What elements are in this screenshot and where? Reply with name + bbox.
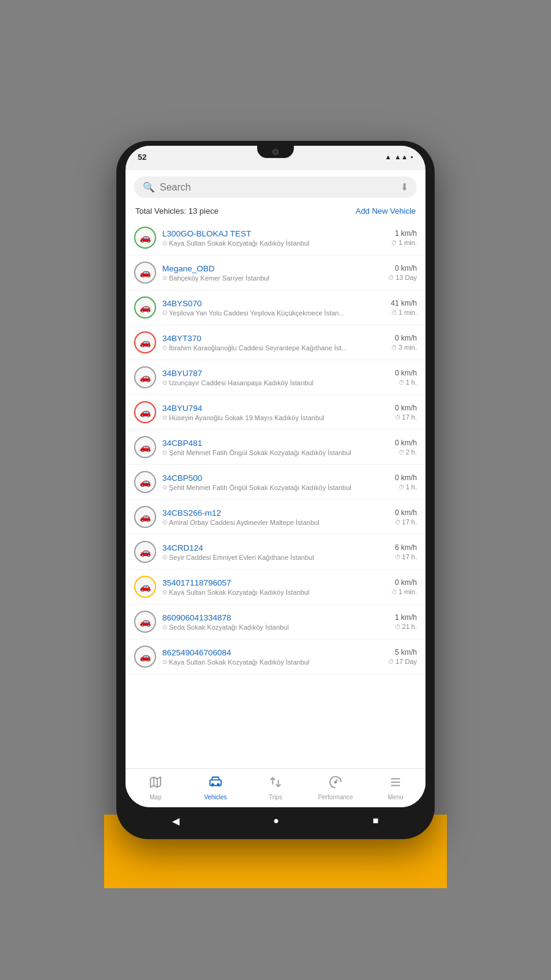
vehicle-avatar: 🚗 xyxy=(134,646,156,668)
performance-label: Performance xyxy=(318,794,353,801)
location-icon: ⊙ xyxy=(162,658,167,665)
list-item[interactable]: 🚗 354017118796057 ⊙ Kaya Sultan Sokak Ko… xyxy=(126,570,425,605)
vehicle-speed: 6 km/h xyxy=(395,543,417,552)
vehicle-speed: 5 km/h xyxy=(395,648,417,657)
vehicle-meta: 0 km/h ⏱ 17 h. xyxy=(395,508,417,526)
vehicle-meta: 6 km/h ⏱ 17 h. xyxy=(395,543,417,560)
clock-icon: ⏱ xyxy=(395,554,401,560)
list-item[interactable]: 🚗 34BYU794 ⊙ Hüseyin Ayanoğlu Sokak 19 M… xyxy=(126,395,425,430)
clock-icon: ⏱ xyxy=(395,519,401,526)
vehicle-address: ⊙ İbrahim Karaoğlanoğlu Caddesi Seyrante… xyxy=(162,344,385,352)
vehicle-name: 862549046706084 xyxy=(162,648,382,657)
list-item[interactable]: 🚗 34BYT370 ⊙ İbrahim Karaoğlanoğlu Cadde… xyxy=(126,325,425,360)
car-icon: 🚗 xyxy=(140,337,151,348)
vehicle-time: ⏱ 2 h. xyxy=(399,448,417,456)
vehicle-avatar: 🚗 xyxy=(134,506,156,528)
vehicle-time: ⏱ 1 min. xyxy=(391,588,417,595)
clock-icon: ⏱ xyxy=(391,309,397,316)
vehicle-meta: 0 km/h ⏱ 3 min. xyxy=(391,334,417,351)
nav-item-map[interactable]: Map xyxy=(126,775,186,801)
nav-item-menu[interactable]: Menu xyxy=(365,775,425,801)
location-icon: ⊙ xyxy=(162,274,167,281)
list-item[interactable]: 🚗 34BYU787 ⊙ Uzunçayır Caddesi Hasanpaşa… xyxy=(126,360,425,395)
status-icons: ▲ ▲▲ ▪ xyxy=(384,153,413,160)
vehicle-avatar: 🚗 xyxy=(134,227,156,249)
vehicle-meta: 1 km/h ⏱ 21 h. xyxy=(395,613,417,630)
car-icon: 🚗 xyxy=(140,546,151,557)
vehicle-time: ⏱ 17 h. xyxy=(395,413,417,421)
vehicle-meta: 1 km/h ⏱ 1 min. xyxy=(391,229,417,246)
vehicle-name: 34BYU787 xyxy=(162,369,389,378)
clock-icon: ⏱ xyxy=(391,589,397,595)
vehicle-speed: 0 km/h xyxy=(395,334,417,342)
vehicles-icon xyxy=(209,775,222,792)
vehicle-time: ⏱ 17 Day xyxy=(388,658,417,665)
vehicle-avatar: 🚗 xyxy=(134,262,156,284)
filter-icon[interactable]: ⬇ xyxy=(400,181,408,193)
vehicle-address: ⊙ Şehit Mehmet Fatih Öngül Sokak Kozyata… xyxy=(162,484,389,491)
location-icon: ⊙ xyxy=(162,624,167,630)
vehicle-avatar: 🚗 xyxy=(134,611,156,633)
clock-icon: ⏱ xyxy=(399,379,405,386)
vehicle-name: 34CBP500 xyxy=(162,473,389,483)
car-icon: 🚗 xyxy=(140,581,151,592)
performance-icon xyxy=(329,775,342,792)
vehicle-info: 34CBP500 ⊙ Şehit Mehmet Fatih Öngül Soka… xyxy=(162,473,389,491)
trips-icon xyxy=(269,775,282,792)
clock-icon: ⏱ xyxy=(399,484,405,491)
search-bar[interactable]: 🔍 ⬇ xyxy=(134,176,417,198)
vehicle-speed: 0 km/h xyxy=(395,508,417,517)
vehicle-speed: 1 km/h xyxy=(395,229,417,238)
map-label: Map xyxy=(149,794,161,801)
phone-screen: 52 ▲ ▲▲ ▪ 🔍 ⬇ Total Vehicles: 13 piece A… xyxy=(126,146,425,807)
map-icon xyxy=(149,775,162,792)
list-item[interactable]: 🚗 34CBP481 ⊙ Şehit Mehmet Fatih Öngül So… xyxy=(126,430,425,465)
clock-icon: ⏱ xyxy=(388,274,394,281)
nav-item-performance[interactable]: Performance xyxy=(305,775,365,801)
list-item[interactable]: 🚗 34CBS266-m12 ⊙ Amiral Orbay Caddesi Ay… xyxy=(126,500,425,535)
nav-item-trips[interactable]: Trips xyxy=(246,775,305,801)
vehicle-address: ⊙ Yeşilova Yan Yolu Caddesi Yeşilova Küç… xyxy=(162,309,384,317)
clock-icon: ⏱ xyxy=(395,624,401,630)
vehicle-name: 34BYT370 xyxy=(162,334,385,343)
list-item[interactable]: 🚗 860906041334878 ⊙ Seda Sokak Kozyatağı… xyxy=(126,605,425,639)
vehicle-meta: 0 km/h ⏱ 1 h. xyxy=(395,473,417,491)
vehicle-time: ⏱ 3 min. xyxy=(391,344,417,351)
clock-icon: ⏱ xyxy=(391,239,397,246)
vehicle-time: ⏱ 13 Day xyxy=(388,274,417,281)
vehicle-address: ⊙ Seyir Caddesi Emniyet Evleri Kağıthane… xyxy=(162,554,389,561)
vehicle-time: ⏱ 17 h. xyxy=(395,553,417,560)
car-icon: 🚗 xyxy=(140,372,151,383)
svg-point-4 xyxy=(217,783,219,785)
location-icon: ⊙ xyxy=(162,554,167,560)
list-item[interactable]: 🚗 34CBP500 ⊙ Şehit Mehmet Fatih Öngül So… xyxy=(126,465,425,500)
recents-button[interactable]: ■ xyxy=(373,815,379,826)
home-button[interactable]: ● xyxy=(273,815,279,826)
vehicle-meta: 41 km/h ⏱ 1 min. xyxy=(391,299,417,316)
vehicle-time: ⏱ 1 h. xyxy=(399,379,417,386)
add-new-vehicle-button[interactable]: Add New Vehicle xyxy=(356,206,416,216)
vehicle-meta: 0 km/h ⏱ 17 h. xyxy=(395,404,417,421)
vehicle-meta: 0 km/h ⏱ 1 min. xyxy=(391,578,417,595)
vehicle-avatar: 🚗 xyxy=(134,436,156,458)
vehicle-meta: 0 km/h ⏱ 1 h. xyxy=(395,369,417,386)
list-item[interactable]: 🚗 L300GO-BLOKAJ TEST ⊙ Kaya Sultan Sokak… xyxy=(126,221,425,255)
list-item[interactable]: 🚗 Megane_OBD ⊙ Bahçeköy Kemer Sarıyer İs… xyxy=(126,255,425,290)
list-item[interactable]: 🚗 34CRD124 ⊙ Seyir Caddesi Emniyet Evler… xyxy=(126,535,425,570)
vehicle-name: 34CBS266-m12 xyxy=(162,508,389,518)
nav-item-vehicles[interactable]: Vehicles xyxy=(186,775,246,801)
car-icon: 🚗 xyxy=(140,616,151,627)
search-input[interactable] xyxy=(160,182,400,193)
back-button[interactable]: ◀ xyxy=(172,815,179,827)
vehicle-avatar: 🚗 xyxy=(134,401,156,423)
svg-point-3 xyxy=(212,783,214,785)
location-icon: ⊙ xyxy=(162,414,167,421)
location-icon: ⊙ xyxy=(162,309,167,316)
vehicle-speed: 0 km/h xyxy=(395,404,417,412)
vehicle-name: 860906041334878 xyxy=(162,613,389,622)
car-icon: 🚗 xyxy=(140,267,151,278)
list-item[interactable]: 🚗 34BYS070 ⊙ Yeşilova Yan Yolu Caddesi Y… xyxy=(126,290,425,325)
wifi-icon: ▲ xyxy=(384,153,391,160)
vehicle-meta: 0 km/h ⏱ 2 h. xyxy=(395,439,417,456)
list-item[interactable]: 🚗 862549046706084 ⊙ Kaya Sultan Sokak Ko… xyxy=(126,639,425,674)
